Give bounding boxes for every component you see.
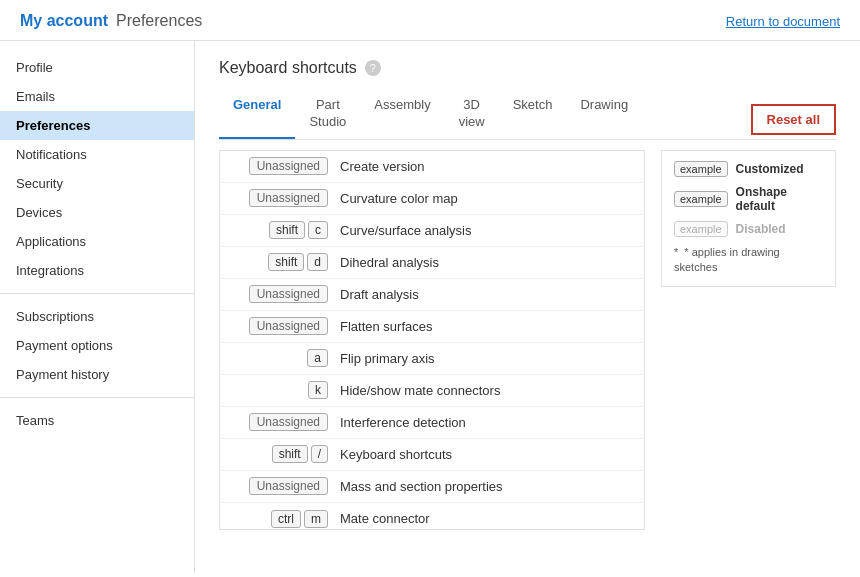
key-area: k [228, 381, 328, 399]
shortcut-name: Curvature color map [340, 191, 458, 206]
shortcut-row: Unassigned Interference detection [220, 407, 644, 439]
key-badge-a[interactable]: a [307, 349, 328, 367]
section-header: Keyboard shortcuts ? [219, 59, 836, 77]
sidebar-item-applications[interactable]: Applications [0, 227, 194, 256]
shortcut-name: Mate connector [340, 511, 430, 526]
unassigned-badge[interactable]: Unassigned [249, 285, 328, 303]
legend-example-disabled: example [674, 221, 728, 237]
help-icon[interactable]: ? [365, 60, 381, 76]
sidebar-item-devices[interactable]: Devices [0, 198, 194, 227]
sidebar-item-preferences[interactable]: Preferences [0, 111, 194, 140]
legend-label-disabled: Disabled [736, 222, 786, 236]
key-area: Unassigned [228, 285, 328, 303]
key-area: shift d [228, 253, 328, 271]
tab-assembly[interactable]: Assembly [360, 91, 444, 139]
key-area: shift / [228, 445, 328, 463]
key-badge-c[interactable]: c [308, 221, 328, 239]
shortcut-row: shift c Curve/surface analysis [220, 215, 644, 247]
legend-box: example Customized example Onshape defau… [661, 150, 836, 287]
shortcut-name: Keyboard shortcuts [340, 447, 452, 462]
shortcut-row: Unassigned Create version [220, 151, 644, 183]
sidebar-item-profile[interactable]: Profile [0, 53, 194, 82]
key-area: Unassigned [228, 189, 328, 207]
key-badge-shift[interactable]: shift [268, 253, 304, 271]
shortcut-name: Hide/show mate connectors [340, 383, 500, 398]
legend-example-customized: example [674, 161, 728, 177]
sidebar-item-payment-history[interactable]: Payment history [0, 360, 194, 389]
sidebar-item-security[interactable]: Security [0, 169, 194, 198]
shortcut-name: Flatten surfaces [340, 319, 433, 334]
page-title: Preferences [116, 12, 202, 30]
key-area: Unassigned [228, 413, 328, 431]
shortcut-row: shift / Keyboard shortcuts [220, 439, 644, 471]
shortcut-name: Mass and section properties [340, 479, 503, 494]
key-area: Unassigned [228, 317, 328, 335]
tabs: General PartStudio Assembly 3Dview Sketc… [219, 91, 642, 139]
shortcut-name: Draft analysis [340, 287, 419, 302]
sidebar: Profile Emails Preferences Notifications… [0, 41, 195, 573]
sidebar-item-payment-options[interactable]: Payment options [0, 331, 194, 360]
key-area: Unassigned [228, 477, 328, 495]
shortcut-name: Dihedral analysis [340, 255, 439, 270]
sidebar-item-teams[interactable]: Teams [0, 406, 194, 435]
sidebar-item-emails[interactable]: Emails [0, 82, 194, 111]
shortcut-row: shift d Dihedral analysis [220, 247, 644, 279]
sidebar-divider-1 [0, 293, 194, 294]
key-badge-ctrl[interactable]: ctrl [271, 510, 301, 528]
key-badge-d[interactable]: d [307, 253, 328, 271]
legend-bullet: * [674, 246, 678, 258]
section-title: Keyboard shortcuts [219, 59, 357, 77]
myaccount-link[interactable]: My account [20, 12, 108, 30]
shortcut-row: Unassigned Mass and section properties [220, 471, 644, 503]
shortcut-row: Unassigned Draft analysis [220, 279, 644, 311]
legend-row-default: example Onshape default [674, 185, 823, 213]
shortcut-name: Curve/surface analysis [340, 223, 472, 238]
key-area: shift c [228, 221, 328, 239]
reset-all-button[interactable]: Reset all [751, 104, 836, 135]
legend-label-customized: Customized [736, 162, 804, 176]
key-area: Unassigned [228, 157, 328, 175]
legend-example-default: example [674, 191, 728, 207]
key-badge-slash[interactable]: / [311, 445, 328, 463]
tab-part-studio[interactable]: PartStudio [295, 91, 360, 139]
tab-3d-view[interactable]: 3Dview [445, 91, 499, 139]
unassigned-badge[interactable]: Unassigned [249, 477, 328, 495]
layout: Profile Emails Preferences Notifications… [0, 41, 860, 573]
sidebar-item-notifications[interactable]: Notifications [0, 140, 194, 169]
shortcuts-list[interactable]: Unassigned Create version Unassigned Cur… [219, 150, 645, 530]
shortcut-row: Unassigned Flatten surfaces [220, 311, 644, 343]
shortcut-row: k Hide/show mate connectors [220, 375, 644, 407]
shortcut-name: Create version [340, 159, 425, 174]
sidebar-item-subscriptions[interactable]: Subscriptions [0, 302, 194, 331]
tab-general[interactable]: General [219, 91, 295, 139]
legend-label-default: Onshape default [736, 185, 823, 213]
content-area: Unassigned Create version Unassigned Cur… [219, 140, 836, 530]
header: My account Preferences Return to documen… [0, 0, 860, 41]
tab-drawing[interactable]: Drawing [566, 91, 642, 139]
key-badge-k[interactable]: k [308, 381, 328, 399]
key-badge-shift[interactable]: shift [272, 445, 308, 463]
return-to-document-link[interactable]: Return to document [726, 14, 840, 29]
key-area: ctrl m [228, 510, 328, 528]
main-content: Keyboard shortcuts ? General PartStudio … [195, 41, 860, 573]
unassigned-badge[interactable]: Unassigned [249, 189, 328, 207]
tab-sketch[interactable]: Sketch [499, 91, 567, 139]
legend-note-text: * applies in drawing sketches [674, 246, 780, 273]
sidebar-item-integrations[interactable]: Integrations [0, 256, 194, 285]
shortcut-row: Unassigned Curvature color map [220, 183, 644, 215]
key-badge-m[interactable]: m [304, 510, 328, 528]
legend-row-customized: example Customized [674, 161, 823, 177]
shortcut-name: Flip primary axis [340, 351, 435, 366]
legend-note: * * applies in drawing sketches [674, 245, 823, 276]
shortcut-row: ctrl m Mate connector [220, 503, 644, 530]
key-badge-shift[interactable]: shift [269, 221, 305, 239]
tabs-row: General PartStudio Assembly 3Dview Sketc… [219, 91, 836, 140]
unassigned-badge[interactable]: Unassigned [249, 317, 328, 335]
header-title: My account Preferences [20, 12, 202, 30]
key-area: a [228, 349, 328, 367]
unassigned-badge[interactable]: Unassigned [249, 413, 328, 431]
legend-row-disabled: example Disabled [674, 221, 823, 237]
shortcut-row: a Flip primary axis [220, 343, 644, 375]
shortcut-name: Interference detection [340, 415, 466, 430]
unassigned-badge[interactable]: Unassigned [249, 157, 328, 175]
